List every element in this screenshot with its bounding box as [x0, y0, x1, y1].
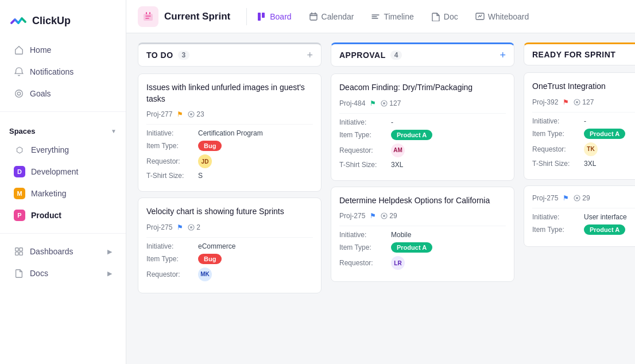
- topbar: Current Sprint Board Calendar: [126, 0, 635, 33]
- flag-orange-icon: ⚑: [177, 110, 183, 118]
- marketing-dot: M: [14, 188, 25, 199]
- card-ready-2: Proj-275 ⚑ 29 Initiative: User interface…: [524, 185, 635, 247]
- sidebar-item-everything[interactable]: ⬡ Everything: [5, 140, 121, 160]
- tab-whiteboard[interactable]: Whiteboard: [467, 7, 537, 26]
- card-field-requestor-2: Requestor: MK: [146, 268, 313, 281]
- star-icon-4: [381, 212, 388, 219]
- ready-cards-area: OneTrust Integration Proj-392 ⚑ 127 Init…: [524, 72, 635, 247]
- svg-point-18: [383, 102, 385, 104]
- stars-count-6: 29: [574, 194, 590, 202]
- product-a-badge-4: Product A: [391, 242, 432, 253]
- svg-point-24: [576, 197, 578, 199]
- card-field-type-4: Item Type: Product A: [339, 242, 506, 253]
- sidebar-divider-2: [0, 233, 126, 234]
- flag-blue-icon-2: ⚑: [177, 223, 183, 231]
- svg-point-20: [383, 215, 385, 217]
- card-approval-2: Determine Helpdesk Options for Californi…: [331, 187, 514, 282]
- board-tab-icon: [257, 12, 266, 21]
- card-field-initiative-1: Initiative: Certification Program: [146, 129, 313, 137]
- card-field-type-1: Item Type: Bug: [146, 141, 313, 151]
- stars-count-2: 2: [188, 223, 200, 231]
- star-icon-6: [574, 195, 580, 202]
- sidebar-item-docs[interactable]: Docs ▶: [5, 263, 121, 284]
- svg-point-22: [576, 101, 578, 103]
- card-field-requestor-5: Requestor: TK: [532, 142, 635, 156]
- card-field-requestor-4: Requestor: LR: [339, 256, 506, 270]
- sidebar-item-development[interactable]: D Development: [5, 161, 121, 182]
- svg-rect-11: [310, 14, 317, 20]
- star-icon-2: [188, 224, 195, 231]
- star-icon-5: [574, 99, 580, 106]
- product-a-badge-3: Product A: [391, 130, 432, 140]
- avatar-2: MK: [198, 268, 212, 281]
- column-header-todo: TO DO 3 +: [138, 42, 322, 67]
- tab-doc[interactable]: Doc: [423, 7, 466, 26]
- sidebar: ClickUp Home Notifications Goals Spaces …: [0, 0, 126, 364]
- tab-board[interactable]: Board: [249, 7, 299, 26]
- whiteboard-tab-icon: [475, 12, 485, 21]
- timeline-tab-icon: [371, 12, 380, 21]
- sidebar-divider-1: [0, 111, 126, 112]
- avatar-5: TK: [584, 142, 598, 156]
- dashboards-chevron-icon: ▶: [107, 248, 112, 255]
- svg-rect-2: [16, 248, 18, 251]
- card-todo-2: Velocity chart is showing future Sprints…: [138, 198, 322, 293]
- card-meta-6: Proj-275 ⚑ 29: [532, 194, 635, 202]
- tab-calendar[interactable]: Calendar: [301, 7, 362, 26]
- svg-point-0: [16, 90, 23, 98]
- svg-point-16: [190, 226, 192, 229]
- bell-icon: [14, 67, 24, 77]
- stars-count-4: 29: [381, 212, 397, 220]
- sidebar-item-marketing[interactable]: M Marketing: [5, 183, 121, 204]
- clickup-logo-icon: [9, 11, 28, 30]
- star-icon: [188, 111, 195, 118]
- board-area: TO DO 3 + Issues with linked unfurled im…: [126, 33, 635, 364]
- approval-add-button[interactable]: +: [500, 50, 506, 60]
- file-icon: [14, 268, 24, 278]
- grid-icon: [14, 246, 24, 257]
- flag-green-icon-3: ⚑: [370, 99, 376, 107]
- docs-chevron-icon: ▶: [107, 270, 112, 277]
- card-field-type-2: Item Type: Bug: [146, 254, 313, 264]
- sidebar-item-home[interactable]: Home: [5, 40, 121, 60]
- card-field-type-5: Item Type: Product A: [532, 129, 635, 139]
- svg-rect-10: [262, 13, 265, 18]
- sidebar-item-dashboards[interactable]: Dashboards ▶: [5, 241, 121, 262]
- svg-rect-8: [149, 12, 150, 14]
- svg-rect-4: [16, 252, 18, 255]
- doc-tab-icon: [431, 12, 440, 21]
- bug-badge-1: Bug: [198, 141, 222, 151]
- flag-red-icon-5: ⚑: [563, 98, 569, 106]
- home-icon: [14, 45, 24, 55]
- todo-cards-area: Issues with linked unfurled images in gu…: [138, 73, 322, 293]
- sidebar-item-notifications[interactable]: Notifications: [5, 61, 121, 82]
- svg-point-14: [190, 113, 192, 115]
- card-field-initiative-4: Initiative: Mobile: [339, 231, 506, 239]
- sidebar-item-product[interactable]: P Product: [5, 205, 121, 226]
- card-field-initiative-3: Initiative: -: [339, 118, 506, 126]
- everything-icon: ⬡: [14, 144, 25, 156]
- flag-blue-icon-4: ⚑: [370, 212, 376, 220]
- card-field-type-3: Item Type: Product A: [339, 130, 506, 140]
- topbar-divider: [246, 8, 247, 25]
- spaces-chevron-icon: ▼: [111, 128, 117, 134]
- card-field-requestor-3: Requestor: AM: [339, 144, 506, 157]
- product-a-badge-5: Product A: [584, 129, 625, 139]
- product-a-badge-6: Product A: [584, 224, 625, 235]
- sprint-title: Current Sprint: [164, 11, 230, 22]
- sprint-icon: [142, 11, 154, 22]
- sidebar-item-goals[interactable]: Goals: [5, 83, 121, 104]
- avatar-4: LR: [391, 256, 405, 270]
- column-todo: TO DO 3 + Issues with linked unfurled im…: [138, 42, 322, 355]
- tab-timeline[interactable]: Timeline: [363, 7, 421, 26]
- logo-text: ClickUp: [32, 15, 71, 27]
- card-field-tshirt-5: T-Shirt Size: 3XL: [532, 160, 635, 168]
- stars-count-5: 127: [574, 98, 594, 106]
- product-dot: P: [14, 210, 25, 221]
- column-header-approval: APPROVAL 4 +: [331, 42, 514, 67]
- approval-cards-area: Deacom Finding: Dry/Trim/Packaging Proj-…: [331, 73, 514, 282]
- todo-add-button[interactable]: +: [307, 50, 313, 60]
- spaces-section-header: Spaces ▼: [0, 119, 126, 139]
- column-header-ready: READY FOR SPRINT: [524, 42, 635, 65]
- card-meta-3: Proj-484 ⚑ 127: [339, 99, 506, 107]
